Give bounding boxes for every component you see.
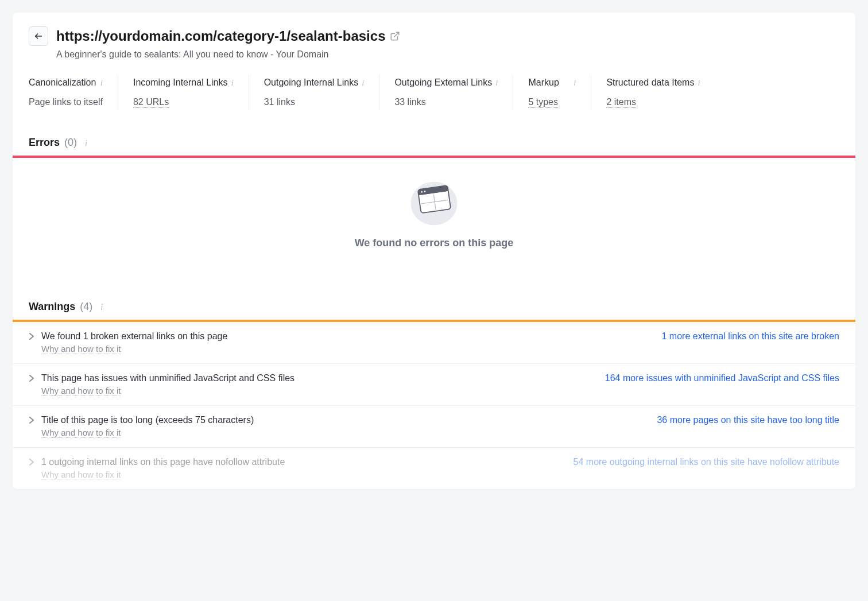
errors-section-head: Errors (0) i (13, 126, 855, 156)
info-icon[interactable]: i (574, 77, 576, 88)
stat-label: Canonicalization (29, 77, 96, 89)
warning-title: This page has issues with unminified Jav… (41, 373, 294, 383)
info-icon[interactable]: i (231, 77, 233, 88)
related-link[interactable]: 54 more outgoing internal links on this … (574, 457, 839, 467)
stat-structured-data: Structured data Items i 2 items (606, 75, 715, 110)
empty-illustration-icon (408, 175, 460, 227)
errors-count: (0) (64, 137, 77, 149)
stat-outgoing-internal: Outgoing Internal Links i 31 links (264, 75, 380, 110)
stat-label: Markup (528, 77, 559, 89)
stat-value-link[interactable]: 2 items (606, 97, 636, 108)
fix-hint-link[interactable]: Why and how to fix it (41, 428, 121, 438)
info-icon[interactable]: i (362, 77, 364, 88)
page-audit-card: https://yourdomain.com/category-1/sealan… (13, 13, 855, 489)
related-link[interactable]: 1 more external links on this site are b… (662, 331, 839, 342)
info-icon[interactable]: i (100, 301, 103, 312)
stat-label: Structured data Items (606, 77, 694, 89)
warnings-section-head: Warnings (4) i (13, 284, 855, 320)
warning-title: We found 1 broken external links on this… (41, 331, 227, 342)
svg-line-1 (394, 32, 399, 37)
stat-incoming-internal: Incoming Internal Links i 82 URLs (133, 75, 249, 110)
errors-empty-text: We found no errors on this page (355, 237, 514, 249)
page-subtitle: A beginner's guide to sealants: All you … (56, 49, 839, 60)
info-icon[interactable]: i (495, 77, 498, 88)
chevron-right-icon[interactable] (29, 331, 34, 354)
chevron-right-icon[interactable] (29, 457, 34, 480)
page-url: https://yourdomain.com/category-1/sealan… (56, 28, 400, 44)
stats-row: Canonicalization i Page links to itself … (13, 70, 855, 126)
warnings-count: (4) (80, 301, 92, 313)
page-url-text: https://yourdomain.com/category-1/sealan… (56, 28, 385, 44)
external-link-icon[interactable] (390, 31, 400, 41)
chevron-right-icon[interactable] (29, 415, 34, 438)
warning-row: We found 1 broken external links on this… (13, 322, 855, 364)
stat-value-link[interactable]: 5 types (528, 97, 558, 108)
stat-value: 31 links (264, 97, 365, 107)
stat-canonicalization: Canonicalization i Page links to itself (29, 75, 118, 110)
warning-row: Title of this page is too long (exceeds … (13, 406, 855, 448)
stat-value-link[interactable]: 82 URLs (133, 97, 169, 108)
back-button[interactable] (29, 26, 48, 46)
chevron-right-icon[interactable] (29, 373, 34, 396)
related-link[interactable]: 164 more issues with unminified JavaScri… (605, 373, 839, 383)
stat-value: Page links to itself (29, 97, 103, 107)
warning-row: This page has issues with unminified Jav… (13, 364, 855, 406)
warnings-list: We found 1 broken external links on this… (13, 322, 855, 489)
stat-label: Outgoing Internal Links (264, 77, 359, 89)
warnings-title: Warnings (29, 301, 75, 313)
arrow-left-icon (34, 32, 43, 41)
info-icon[interactable]: i (698, 77, 700, 88)
stat-label: Incoming Internal Links (133, 77, 228, 89)
stat-value: 33 links (394, 97, 498, 107)
related-link[interactable]: 36 more pages on this site have too long… (657, 415, 839, 425)
page-header: https://yourdomain.com/category-1/sealan… (13, 13, 855, 70)
errors-empty-state: We found no errors on this page (13, 158, 855, 284)
fix-hint-link[interactable]: Why and how to fix it (41, 470, 121, 480)
info-icon[interactable]: i (85, 137, 87, 148)
stat-outgoing-external: Outgoing External Links i 33 links (394, 75, 513, 110)
warning-title: 1 outgoing internal links on this page h… (41, 457, 285, 467)
warning-title: Title of this page is too long (exceeds … (41, 415, 254, 425)
fix-hint-link[interactable]: Why and how to fix it (41, 386, 121, 396)
errors-title: Errors (29, 137, 60, 149)
info-icon[interactable]: i (100, 77, 103, 88)
stat-label: Outgoing External Links (394, 77, 492, 89)
fix-hint-link[interactable]: Why and how to fix it (41, 344, 121, 354)
stat-markup: Markup i 5 types (528, 75, 591, 110)
warning-row: 1 outgoing internal links on this page h… (13, 448, 855, 489)
